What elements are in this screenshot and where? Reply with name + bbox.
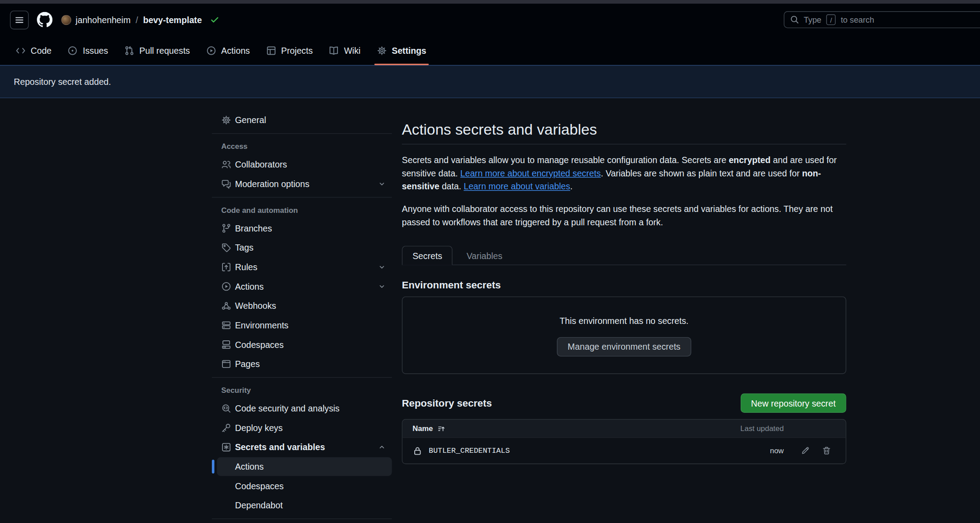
name-column-sort-control[interactable]: Name <box>413 424 445 433</box>
sidebar-item-label: Dependabot <box>235 500 282 511</box>
sidebar-item-actions[interactable]: Actions <box>212 277 392 296</box>
sidebar-item-label: Codespaces <box>235 339 284 350</box>
status-check-icon <box>210 15 219 24</box>
sidebar-item-label: Code security and analysis <box>235 403 339 414</box>
tab-issues[interactable]: Issues <box>60 36 116 65</box>
github-settings-page: janhohenheim / bevy-template Type / to s… <box>0 0 980 523</box>
people-icon <box>221 160 231 170</box>
sidebar-item-environments[interactable]: Environments <box>212 316 392 335</box>
key-icon <box>221 423 231 433</box>
sidebar-item-general[interactable]: General <box>212 111 392 129</box>
issue-opened-icon <box>68 45 78 56</box>
sidebar-item-deploy-keys[interactable]: Deploy keys <box>212 419 392 437</box>
sidebar-item-moderation-options[interactable]: Moderation options <box>212 175 392 193</box>
breadcrumb-repo-link[interactable]: bevy-template <box>143 15 202 25</box>
sidebar-item-tags[interactable]: Tags <box>212 238 392 257</box>
tab-secrets[interactable]: Secrets <box>402 246 453 265</box>
sidebar-subitem-dependabot[interactable]: Dependabot <box>217 496 392 515</box>
tab-variables[interactable]: Variables <box>453 246 516 265</box>
edit-secret-button[interactable] <box>801 446 810 455</box>
sidebar-item-codespaces[interactable]: Codespaces <box>212 335 392 354</box>
secrets-variables-tabnav: Secrets Variables <box>402 246 846 265</box>
text-segment: . Variables are shown as plain text and … <box>601 168 802 179</box>
server-icon <box>221 320 231 331</box>
tab-settings[interactable]: Settings <box>369 36 434 65</box>
sidebar-item-collaborators[interactable]: Collaborators <box>212 155 392 174</box>
intro-paragraph: Secrets and variables allow you to manag… <box>402 154 846 193</box>
delete-secret-button[interactable] <box>822 446 831 455</box>
tab-code[interactable]: Code <box>8 36 60 65</box>
settings-main: Actions secrets and variables Secrets an… <box>402 98 846 464</box>
sidebar-item-label: Collaborators <box>235 160 287 170</box>
environment-secrets-box: This environment has no secrets. Manage … <box>402 296 846 374</box>
play-icon <box>221 281 231 291</box>
sidebar-item-pages[interactable]: Pages <box>212 355 392 373</box>
table-header-row: Name Last updated <box>402 419 845 437</box>
environment-secrets-heading: Environment secrets <box>402 279 846 291</box>
asterisk-box-icon <box>221 442 231 452</box>
sidebar-item-label: Pages <box>235 359 260 369</box>
play-icon <box>206 45 216 56</box>
table-row: BUTLER_CREDENTIALS now <box>402 437 845 463</box>
global-nav-menu-button[interactable] <box>10 10 29 29</box>
chevron-down-icon <box>378 283 386 290</box>
sidebar-subitem-actions[interactable]: Actions <box>217 457 392 476</box>
sidebar-section-code-automation: Code and automation <box>212 201 392 219</box>
chevron-down-icon <box>378 180 386 188</box>
tab-label: Issues <box>83 45 108 56</box>
sidebar-item-label: Moderation options <box>235 179 309 189</box>
tab-actions[interactable]: Actions <box>198 36 258 65</box>
three-bars-icon <box>14 15 24 25</box>
environment-empty-message: This environment has no secrets. <box>559 314 688 327</box>
text-segment: Secrets and variables allow you to manag… <box>402 155 729 165</box>
tab-label: Actions <box>221 45 250 56</box>
browser-icon <box>221 359 231 369</box>
sidebar-item-secrets-and-variables[interactable]: Secrets and variables <box>212 438 392 456</box>
new-repository-secret-button[interactable]: New repository secret <box>740 393 846 413</box>
sidebar-divider <box>212 197 392 197</box>
search-input[interactable]: Type / to search <box>784 11 980 28</box>
github-logo[interactable] <box>37 12 52 28</box>
github-mark-icon <box>37 12 52 28</box>
code-icon <box>16 45 26 56</box>
sidebar-section-security: Security <box>212 382 392 399</box>
repository-secrets-header: Repository secrets New repository secret <box>402 393 846 413</box>
collaborator-paragraph: Anyone with collaborator access to this … <box>402 203 846 229</box>
sidebar-item-label: Deploy keys <box>235 423 282 433</box>
tab-wiki[interactable]: Wiki <box>321 36 369 65</box>
sidebar-item-label: Codespaces <box>235 481 284 491</box>
codespaces-icon <box>221 339 231 350</box>
manage-environment-secrets-button[interactable]: Manage environment secrets <box>557 337 691 356</box>
sidebar-item-rules[interactable]: Rules <box>212 258 392 276</box>
sidebar-item-label: Actions <box>235 281 264 291</box>
inline-link[interactable]: Learn more about encrypted secrets <box>460 168 601 179</box>
sidebar-subitem-codespaces[interactable]: Codespaces <box>217 477 392 495</box>
breadcrumb: janhohenheim / bevy-template <box>61 15 219 25</box>
sidebar-item-code-security[interactable]: Code security and analysis <box>212 399 392 418</box>
comment-discussion-icon <box>221 179 231 189</box>
search-icon <box>790 15 799 24</box>
sidebar-divider <box>212 133 392 134</box>
sidebar-item-branches[interactable]: Branches <box>212 219 392 238</box>
secret-name: BUTLER_CREDENTIALS <box>429 446 510 455</box>
tab-projects[interactable]: Projects <box>258 36 321 65</box>
gear-icon <box>221 115 231 125</box>
slash-keycap: / <box>826 14 836 25</box>
row-actions <box>784 446 836 455</box>
git-branch-icon <box>221 223 231 233</box>
sidebar-item-label: Secrets and variables <box>235 442 325 452</box>
book-icon <box>329 45 339 56</box>
tab-label: Code <box>31 45 52 56</box>
tab-label: Pull requests <box>139 45 190 56</box>
inline-link[interactable]: Learn more about variables <box>464 181 570 192</box>
project-icon <box>266 45 276 56</box>
chevron-up-icon <box>378 443 386 451</box>
repo-nav: Code Issues Pull requests Actions Projec… <box>0 36 980 65</box>
tab-pull-requests[interactable]: Pull requests <box>116 36 198 65</box>
breadcrumb-owner-link[interactable]: janhohenheim <box>75 15 131 25</box>
git-pull-request-icon <box>124 45 135 56</box>
owner-avatar[interactable] <box>61 15 71 25</box>
sidebar-item-webhooks[interactable]: Webhooks <box>212 296 392 315</box>
global-header: janhohenheim / bevy-template Type / to s… <box>0 4 980 36</box>
rules-icon <box>221 262 231 272</box>
